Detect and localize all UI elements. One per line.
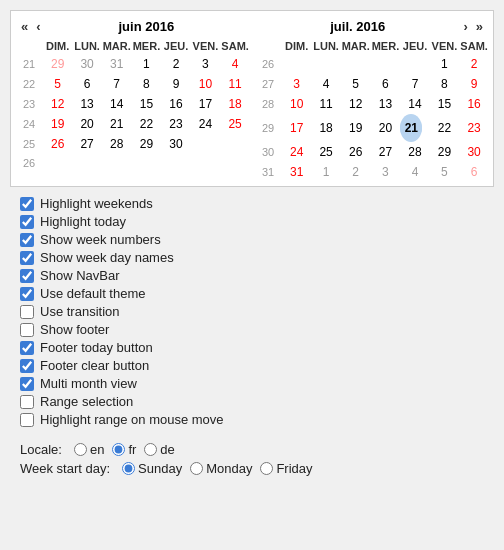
calendar-day[interactable]: 23 — [459, 114, 489, 142]
calendar-day[interactable]: 19 — [341, 114, 371, 142]
calendar-day[interactable]: 31 — [102, 54, 132, 74]
calendar-day[interactable]: 29 — [43, 54, 72, 74]
calendar-day[interactable]: 15 — [430, 94, 460, 114]
calendar-day[interactable]: 18 — [311, 114, 341, 142]
calendar-day[interactable]: 17 — [191, 94, 221, 114]
calendar-day[interactable]: 20 — [371, 114, 401, 142]
calendar-day[interactable]: 5 — [341, 74, 371, 94]
checkbox-chk7[interactable] — [20, 305, 34, 319]
calendar-day[interactable]: 4 — [400, 162, 429, 182]
weekstart-radio-Monday[interactable] — [190, 462, 203, 475]
calendar-day[interactable]: 28 — [400, 142, 429, 162]
checkbox-chk8[interactable] — [20, 323, 34, 337]
calendar-day[interactable]: 12 — [43, 94, 72, 114]
calendar-day[interactable]: 26 — [43, 134, 72, 154]
prev-prev-button[interactable]: « — [17, 19, 32, 34]
calendar-day — [220, 154, 250, 172]
calendar-day[interactable]: 4 — [311, 74, 341, 94]
calendar-day[interactable]: 6 — [371, 74, 401, 94]
calendar-day[interactable]: 13 — [371, 94, 401, 114]
week-number: 28 — [254, 94, 282, 114]
calendar-day[interactable]: 3 — [191, 54, 221, 74]
calendar-day[interactable]: 14 — [400, 94, 429, 114]
calendar-day[interactable]: 21 — [102, 114, 132, 134]
weekstart-radio-Sunday[interactable] — [122, 462, 135, 475]
calendar-day[interactable]: 24 — [191, 114, 221, 134]
checkbox-chk4[interactable] — [20, 251, 34, 265]
calendar-day[interactable]: 22 — [132, 114, 162, 134]
calendar-day[interactable]: 13 — [72, 94, 102, 114]
checkbox-label-chk5: Show NavBar — [40, 268, 119, 283]
calendar-day[interactable]: 18 — [220, 94, 250, 114]
calendar-day[interactable]: 17 — [282, 114, 311, 142]
next-button[interactable]: › — [459, 19, 471, 34]
calendar-day[interactable]: 3 — [371, 162, 401, 182]
calendar-day[interactable]: 12 — [341, 94, 371, 114]
calendar-day[interactable]: 30 — [72, 54, 102, 74]
calendar-day[interactable]: 1 — [132, 54, 162, 74]
calendar-day[interactable]: 19 — [43, 114, 72, 134]
calendar-day[interactable]: 26 — [341, 142, 371, 162]
calendar-day[interactable]: 2 — [161, 54, 190, 74]
calendar-day[interactable]: 7 — [102, 74, 132, 94]
calendar-day[interactable]: 5 — [43, 74, 72, 94]
checkbox-chk13[interactable] — [20, 413, 34, 427]
calendar-day[interactable]: 4 — [220, 54, 250, 74]
calendar-day[interactable]: 16 — [459, 94, 489, 114]
calendar-day[interactable]: 16 — [161, 94, 190, 114]
checkbox-row-chk13: Highlight range on mouse move — [20, 412, 484, 427]
calendar-day[interactable]: 15 — [132, 94, 162, 114]
calendar-day[interactable]: 28 — [102, 134, 132, 154]
checkbox-chk9[interactable] — [20, 341, 34, 355]
checkbox-chk10[interactable] — [20, 359, 34, 373]
next-next-button[interactable]: » — [472, 19, 487, 34]
calendar-day[interactable]: 1 — [311, 162, 341, 182]
checkbox-chk12[interactable] — [20, 395, 34, 409]
calendar-day[interactable]: 11 — [311, 94, 341, 114]
calendar-day[interactable]: 27 — [72, 134, 102, 154]
calendar-day[interactable]: 22 — [430, 114, 460, 142]
calendar-day[interactable]: 3 — [282, 74, 311, 94]
checkbox-chk2[interactable] — [20, 215, 34, 229]
calendar-day[interactable]: 25 — [220, 114, 250, 134]
calendar-day[interactable]: 9 — [161, 74, 190, 94]
prev-button[interactable]: ‹ — [32, 19, 44, 34]
calendar-day[interactable]: 21 — [400, 114, 422, 142]
calendar-day[interactable]: 30 — [459, 142, 489, 162]
calendar-day[interactable]: 7 — [400, 74, 429, 94]
calendar-day[interactable]: 8 — [430, 74, 460, 94]
calendar-day[interactable]: 6 — [72, 74, 102, 94]
weekstart-radio-Friday[interactable] — [260, 462, 273, 475]
calendar-day[interactable]: 29 — [430, 142, 460, 162]
calendar-day[interactable]: 11 — [220, 74, 250, 94]
calendar-day[interactable]: 25 — [311, 142, 341, 162]
calendar-day[interactable]: 2 — [459, 54, 489, 74]
calendar-day[interactable]: 30 — [161, 134, 190, 154]
calendar-day[interactable]: 23 — [161, 114, 190, 134]
checkbox-row-chk9: Footer today button — [20, 340, 484, 355]
calendar-day[interactable]: 24 — [282, 142, 311, 162]
calendar-day[interactable]: 10 — [191, 74, 221, 94]
calendar-day[interactable]: 9 — [459, 74, 489, 94]
checkbox-chk3[interactable] — [20, 233, 34, 247]
checkbox-chk11[interactable] — [20, 377, 34, 391]
calendar-day[interactable]: 2 — [341, 162, 371, 182]
calendar-day[interactable]: 1 — [430, 54, 460, 74]
checkbox-chk5[interactable] — [20, 269, 34, 283]
calendar-day[interactable]: 27 — [371, 142, 401, 162]
calendar-day[interactable]: 31 — [282, 162, 311, 182]
locale-radio-fr[interactable] — [112, 443, 125, 456]
day-header-thu2: JEU. — [400, 38, 429, 54]
locale-radio-de[interactable] — [144, 443, 157, 456]
calendar-day[interactable]: 8 — [132, 74, 162, 94]
locale-radio-en[interactable] — [74, 443, 87, 456]
calendar-day[interactable]: 6 — [459, 162, 489, 182]
calendar-day[interactable]: 14 — [102, 94, 132, 114]
month1-block: « ‹ juin 2016 DIM. LUN. MAR. MER. JEU. V… — [15, 15, 250, 182]
calendar-day[interactable]: 5 — [430, 162, 460, 182]
checkbox-chk6[interactable] — [20, 287, 34, 301]
calendar-day[interactable]: 10 — [282, 94, 311, 114]
calendar-day[interactable]: 20 — [72, 114, 102, 134]
checkbox-chk1[interactable] — [20, 197, 34, 211]
calendar-day[interactable]: 29 — [132, 134, 162, 154]
